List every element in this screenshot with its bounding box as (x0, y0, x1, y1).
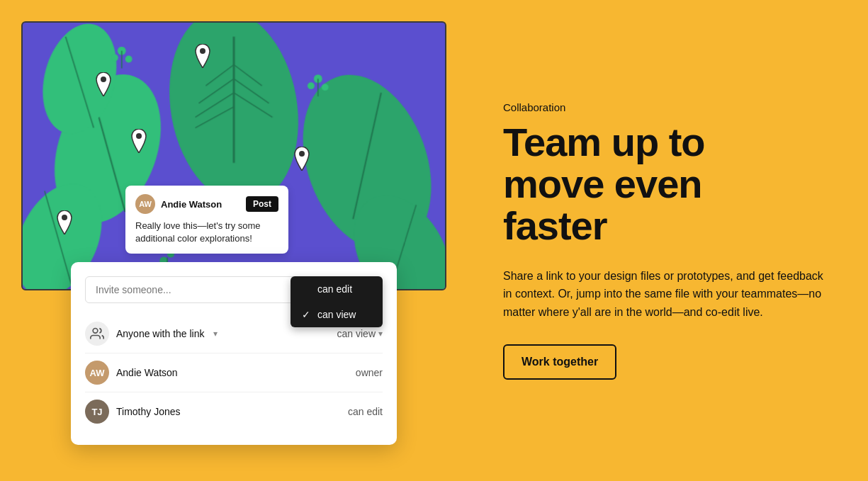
anyone-link-label: Anyone with the link (116, 328, 205, 339)
commenter-name: Andie Watson (161, 199, 240, 210)
timothy-avatar: TJ (85, 400, 109, 424)
heading-line1: Team up to (503, 120, 705, 164)
map-pin-4 (292, 147, 312, 171)
heading-line3: faster (503, 203, 607, 248)
view-checkmark: ✓ (302, 309, 312, 320)
can-view-label: can view (317, 309, 356, 320)
timothy-name: Timothy Jones (116, 406, 181, 417)
post-button[interactable]: Post (246, 196, 278, 212)
share-panel: can edit ✓ can view Any (71, 262, 397, 445)
svg-point-34 (62, 215, 67, 220)
map-pin-3 (129, 129, 149, 153)
map-pin-2 (94, 72, 113, 96)
edit-checkmark (302, 283, 312, 295)
andie-role: owner (356, 367, 383, 378)
andie-name: Andie Watson (116, 367, 178, 378)
timothy-jones-row: TJ Timothy Jones can edit (85, 392, 383, 431)
svg-point-25 (322, 84, 329, 91)
can-view-option[interactable]: ✓ can view (291, 302, 383, 327)
collab-label: Collaboration (503, 101, 833, 113)
timothy-role-label: can edit (348, 406, 383, 417)
map-pin-1 (193, 44, 213, 68)
svg-point-33 (299, 151, 305, 157)
description-text: Share a link to your design files or pro… (503, 267, 833, 322)
anyone-link-chevron[interactable]: ▾ (213, 329, 218, 339)
svg-point-31 (101, 77, 106, 82)
can-edit-label: can edit (317, 283, 352, 295)
invite-row: can edit ✓ can view (85, 276, 383, 303)
map-pin-5 (55, 210, 74, 234)
svg-point-21 (125, 56, 133, 63)
anyone-link-role-chevron: ▾ (378, 329, 383, 339)
link-icon (85, 322, 109, 346)
timothy-role: can edit (348, 406, 383, 417)
anyone-link-role-label: can view (337, 328, 376, 339)
anyone-link-role[interactable]: can view ▾ (337, 328, 383, 339)
svg-point-32 (136, 133, 142, 139)
avatar: AW (135, 194, 155, 214)
svg-point-35 (93, 329, 98, 334)
svg-point-24 (308, 82, 315, 89)
can-edit-option[interactable]: can edit (291, 276, 383, 302)
work-together-button[interactable]: Work together (503, 344, 616, 380)
right-panel: Collaboration Team up to move even faste… (468, 73, 868, 407)
heading-line2: move even (503, 162, 702, 206)
andie-watson-row: AW Andie Watson owner (85, 353, 383, 392)
canvas-illustration: AW Andie Watson Post Really love this—le… (21, 21, 446, 290)
permission-dropdown[interactable]: can edit ✓ can view (291, 276, 383, 327)
left-panel: AW Andie Watson Post Really love this—le… (0, 0, 468, 481)
comment-text: Really love this—let's try some addition… (135, 220, 278, 245)
svg-point-30 (200, 48, 205, 54)
andie-avatar: AW (85, 361, 109, 385)
andie-role-label: owner (356, 367, 383, 378)
svg-point-20 (111, 55, 118, 62)
main-heading: Team up to move even faster (503, 122, 833, 247)
comment-bubble: AW Andie Watson Post Really love this—le… (125, 186, 288, 254)
